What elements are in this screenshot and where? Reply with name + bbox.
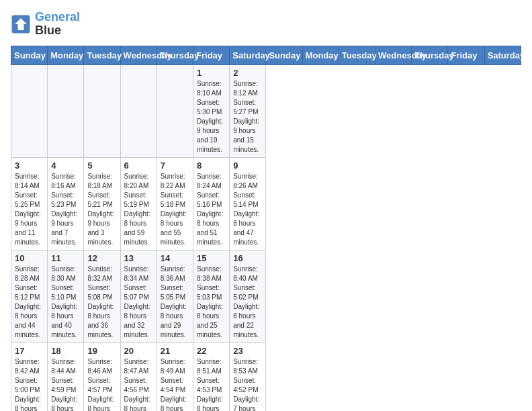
calendar-table: SundayMondayTuesdayWednesdayThursdayFrid… bbox=[11, 46, 521, 411]
day-number: 6 bbox=[124, 161, 153, 171]
calendar-day-cell: 2Sunrise: 8:12 AM Sunset: 5:27 PM Daylig… bbox=[230, 64, 266, 157]
calendar-week-row: 1Sunrise: 8:10 AM Sunset: 5:30 PM Daylig… bbox=[11, 64, 521, 157]
day-number: 3 bbox=[15, 161, 44, 171]
day-number: 16 bbox=[233, 253, 262, 263]
day-number: 13 bbox=[124, 253, 153, 263]
day-info: Sunrise: 8:46 AM Sunset: 4:57 PM Dayligh… bbox=[87, 357, 116, 411]
day-number: 12 bbox=[87, 253, 116, 263]
calendar-week-row: 3Sunrise: 8:14 AM Sunset: 5:25 PM Daylig… bbox=[11, 157, 521, 250]
day-number: 20 bbox=[124, 346, 153, 356]
day-info: Sunrise: 8:32 AM Sunset: 5:08 PM Dayligh… bbox=[87, 265, 116, 340]
calendar-day-cell: 6Sunrise: 8:20 AM Sunset: 5:19 PM Daylig… bbox=[120, 157, 157, 250]
day-info: Sunrise: 8:53 AM Sunset: 4:52 PM Dayligh… bbox=[233, 357, 262, 411]
calendar-day-cell: 13Sunrise: 8:34 AM Sunset: 5:07 PM Dayli… bbox=[120, 250, 157, 342]
day-info: Sunrise: 8:28 AM Sunset: 5:12 PM Dayligh… bbox=[15, 265, 44, 340]
day-header-sunday: Sunday bbox=[266, 46, 302, 64]
calendar-day-cell: 11Sunrise: 8:30 AM Sunset: 5:10 PM Dayli… bbox=[48, 250, 84, 342]
day-header-tuesday: Tuesday bbox=[84, 46, 120, 64]
logo-icon bbox=[11, 14, 31, 34]
calendar-day-cell bbox=[48, 64, 84, 157]
day-number: 10 bbox=[15, 253, 44, 263]
day-info: Sunrise: 8:40 AM Sunset: 5:02 PM Dayligh… bbox=[233, 265, 262, 340]
calendar-day-cell: 15Sunrise: 8:38 AM Sunset: 5:03 PM Dayli… bbox=[193, 250, 230, 342]
day-info: Sunrise: 8:18 AM Sunset: 5:21 PM Dayligh… bbox=[87, 172, 116, 247]
calendar-day-cell: 17Sunrise: 8:42 AM Sunset: 5:00 PM Dayli… bbox=[11, 342, 48, 411]
day-header-tuesday: Tuesday bbox=[339, 46, 375, 64]
calendar-day-cell: 21Sunrise: 8:49 AM Sunset: 4:54 PM Dayli… bbox=[157, 342, 193, 411]
day-info: Sunrise: 8:30 AM Sunset: 5:10 PM Dayligh… bbox=[51, 265, 80, 340]
day-info: Sunrise: 8:49 AM Sunset: 4:54 PM Dayligh… bbox=[161, 357, 189, 411]
day-header-sunday: Sunday bbox=[11, 46, 48, 64]
calendar-day-cell: 3Sunrise: 8:14 AM Sunset: 5:25 PM Daylig… bbox=[11, 157, 48, 250]
day-info: Sunrise: 8:36 AM Sunset: 5:05 PM Dayligh… bbox=[161, 265, 189, 340]
day-number: 23 bbox=[233, 346, 262, 356]
day-number: 11 bbox=[51, 253, 80, 263]
day-number: 21 bbox=[161, 346, 189, 356]
day-number: 22 bbox=[197, 346, 226, 356]
calendar-day-cell: 20Sunrise: 8:47 AM Sunset: 4:56 PM Dayli… bbox=[120, 342, 157, 411]
day-header-saturday: Saturday bbox=[230, 46, 266, 64]
calendar-day-cell bbox=[120, 64, 157, 157]
day-number: 18 bbox=[51, 346, 80, 356]
day-header-friday: Friday bbox=[193, 46, 230, 64]
day-header-thursday: Thursday bbox=[157, 46, 193, 64]
logo-text: General Blue bbox=[35, 11, 80, 38]
day-number: 5 bbox=[87, 161, 116, 171]
calendar-week-row: 10Sunrise: 8:28 AM Sunset: 5:12 PM Dayli… bbox=[11, 250, 521, 342]
day-header-wednesday: Wednesday bbox=[120, 46, 157, 64]
day-number: 14 bbox=[161, 253, 189, 263]
calendar-day-cell: 7Sunrise: 8:22 AM Sunset: 5:18 PM Daylig… bbox=[157, 157, 193, 250]
day-info: Sunrise: 8:10 AM Sunset: 5:30 PM Dayligh… bbox=[197, 79, 226, 154]
day-info: Sunrise: 8:34 AM Sunset: 5:07 PM Dayligh… bbox=[124, 265, 153, 340]
day-info: Sunrise: 8:20 AM Sunset: 5:19 PM Dayligh… bbox=[124, 172, 153, 247]
day-info: Sunrise: 8:38 AM Sunset: 5:03 PM Dayligh… bbox=[197, 265, 226, 340]
day-info: Sunrise: 8:12 AM Sunset: 5:27 PM Dayligh… bbox=[233, 79, 262, 154]
calendar-day-cell: 1Sunrise: 8:10 AM Sunset: 5:30 PM Daylig… bbox=[193, 64, 230, 157]
day-info: Sunrise: 8:26 AM Sunset: 5:14 PM Dayligh… bbox=[233, 172, 262, 247]
calendar-day-cell: 9Sunrise: 8:26 AM Sunset: 5:14 PM Daylig… bbox=[230, 157, 266, 250]
day-header-friday: Friday bbox=[448, 46, 484, 64]
day-number: 17 bbox=[15, 346, 44, 356]
calendar-day-cell bbox=[157, 64, 193, 157]
calendar-day-cell: 12Sunrise: 8:32 AM Sunset: 5:08 PM Dayli… bbox=[84, 250, 120, 342]
day-number: 9 bbox=[233, 161, 262, 171]
day-header-saturday: Saturday bbox=[484, 46, 521, 64]
calendar-day-cell: 10Sunrise: 8:28 AM Sunset: 5:12 PM Dayli… bbox=[11, 250, 48, 342]
day-header-monday: Monday bbox=[48, 46, 84, 64]
calendar-day-cell: 18Sunrise: 8:44 AM Sunset: 4:59 PM Dayli… bbox=[48, 342, 84, 411]
calendar-week-row: 17Sunrise: 8:42 AM Sunset: 5:00 PM Dayli… bbox=[11, 342, 521, 411]
calendar-day-cell bbox=[11, 64, 48, 157]
day-info: Sunrise: 8:51 AM Sunset: 4:53 PM Dayligh… bbox=[197, 357, 226, 411]
calendar-day-cell: 5Sunrise: 8:18 AM Sunset: 5:21 PM Daylig… bbox=[84, 157, 120, 250]
day-info: Sunrise: 8:22 AM Sunset: 5:18 PM Dayligh… bbox=[161, 172, 189, 247]
calendar-day-cell: 19Sunrise: 8:46 AM Sunset: 4:57 PM Dayli… bbox=[84, 342, 120, 411]
day-info: Sunrise: 8:24 AM Sunset: 5:16 PM Dayligh… bbox=[197, 172, 226, 247]
day-number: 7 bbox=[161, 161, 189, 171]
day-number: 1 bbox=[197, 68, 226, 78]
day-info: Sunrise: 8:44 AM Sunset: 4:59 PM Dayligh… bbox=[51, 357, 80, 411]
calendar-day-cell: 4Sunrise: 8:16 AM Sunset: 5:23 PM Daylig… bbox=[48, 157, 84, 250]
day-header-thursday: Thursday bbox=[412, 46, 448, 64]
logo: General Blue bbox=[11, 11, 80, 38]
calendar-day-cell: 23Sunrise: 8:53 AM Sunset: 4:52 PM Dayli… bbox=[230, 342, 266, 411]
calendar-day-cell: 14Sunrise: 8:36 AM Sunset: 5:05 PM Dayli… bbox=[157, 250, 193, 342]
day-info: Sunrise: 8:14 AM Sunset: 5:25 PM Dayligh… bbox=[15, 172, 44, 247]
day-info: Sunrise: 8:16 AM Sunset: 5:23 PM Dayligh… bbox=[51, 172, 80, 247]
calendar-day-cell: 16Sunrise: 8:40 AM Sunset: 5:02 PM Dayli… bbox=[230, 250, 266, 342]
day-number: 19 bbox=[87, 346, 116, 356]
calendar-day-cell bbox=[84, 64, 120, 157]
day-header-wednesday: Wednesday bbox=[375, 46, 412, 64]
day-number: 4 bbox=[51, 161, 80, 171]
calendar-header-row: SundayMondayTuesdayWednesdayThursdayFrid… bbox=[11, 46, 521, 64]
day-number: 2 bbox=[233, 68, 262, 78]
day-header-monday: Monday bbox=[302, 46, 339, 64]
day-info: Sunrise: 8:47 AM Sunset: 4:56 PM Dayligh… bbox=[124, 357, 153, 411]
day-number: 8 bbox=[197, 161, 226, 171]
calendar-day-cell: 22Sunrise: 8:51 AM Sunset: 4:53 PM Dayli… bbox=[193, 342, 230, 411]
calendar-day-cell: 8Sunrise: 8:24 AM Sunset: 5:16 PM Daylig… bbox=[193, 157, 230, 250]
day-number: 15 bbox=[197, 253, 226, 263]
day-info: Sunrise: 8:42 AM Sunset: 5:00 PM Dayligh… bbox=[15, 357, 44, 411]
page-header: General Blue bbox=[11, 11, 521, 38]
